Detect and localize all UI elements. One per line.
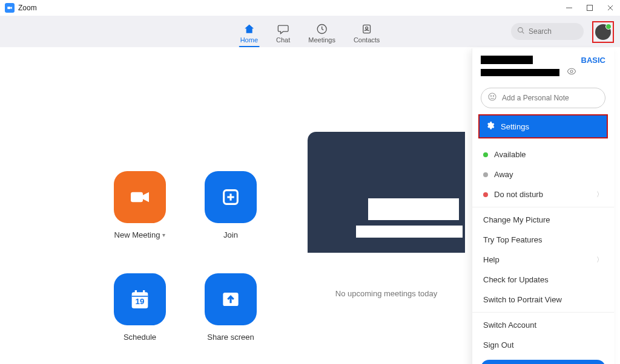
no-upcoming-label: No upcoming meetings today xyxy=(308,289,465,298)
plan-badge: BASIC xyxy=(581,56,605,78)
tab-home[interactable]: Home xyxy=(240,23,258,47)
share-screen-button[interactable] xyxy=(205,273,257,325)
search-input[interactable] xyxy=(529,27,577,36)
chevron-right-icon: 〉 xyxy=(596,255,603,264)
tab-label: Home xyxy=(240,36,258,44)
titlebar: Zoom xyxy=(0,0,620,16)
minimize-button[interactable] xyxy=(564,3,574,13)
try-top-features[interactable]: Try Top Features xyxy=(472,230,614,250)
svg-line-9 xyxy=(522,31,524,33)
maximize-button[interactable] xyxy=(585,3,595,13)
svg-point-25 xyxy=(490,96,491,96)
toolbar: Home Chat Meetings Contacts xyxy=(0,16,620,47)
window-controls xyxy=(564,3,615,13)
gear-icon xyxy=(486,121,495,132)
tab-meetings[interactable]: Meetings xyxy=(308,23,335,47)
share-screen-label: Share screen xyxy=(207,333,254,342)
svg-point-26 xyxy=(493,96,493,96)
change-picture[interactable]: Change My Picture xyxy=(472,210,614,230)
search-icon xyxy=(517,26,525,37)
profile-avatar[interactable] xyxy=(595,24,611,40)
main-area: New Meeting ▾ Join 19 xyxy=(0,47,620,364)
tab-label: Chat xyxy=(276,36,290,44)
new-meeting-label[interactable]: New Meeting ▾ xyxy=(114,230,166,239)
menu-divider xyxy=(472,207,614,207)
contacts-icon xyxy=(361,23,373,35)
profile-header: BASIC xyxy=(472,48,614,82)
close-button[interactable] xyxy=(605,3,615,13)
chat-icon xyxy=(277,23,289,35)
tab-label: Contacts xyxy=(354,36,380,44)
status-away[interactable]: Away xyxy=(472,164,614,184)
svg-rect-10 xyxy=(131,192,143,203)
personal-note-input[interactable] xyxy=(502,94,599,102)
zoom-app-icon xyxy=(5,3,15,13)
hero-card xyxy=(308,132,465,253)
settings-menu-item[interactable]: Settings xyxy=(478,114,608,138)
clock-icon xyxy=(316,23,328,35)
home-icon xyxy=(243,23,255,35)
check-updates[interactable]: Check for Updates xyxy=(472,270,614,290)
action-grid: New Meeting ▾ Join 19 xyxy=(113,171,258,342)
svg-point-24 xyxy=(489,93,496,100)
status-dnd[interactable]: Do not disturb 〉 xyxy=(472,184,614,204)
buy-license-button[interactable]: Buy a License xyxy=(481,360,605,364)
emoji-icon[interactable] xyxy=(487,92,497,104)
help-menu[interactable]: Help 〉 xyxy=(472,250,614,270)
search-box[interactable] xyxy=(511,23,584,40)
schedule-label: Schedule xyxy=(124,333,156,342)
switch-account[interactable]: Switch Account xyxy=(472,315,614,335)
tab-label: Meetings xyxy=(308,36,335,44)
new-meeting-button[interactable] xyxy=(114,171,166,223)
tab-chat[interactable]: Chat xyxy=(276,23,290,47)
join-button[interactable] xyxy=(205,171,257,223)
svg-text:19: 19 xyxy=(136,297,145,306)
window-title: Zoom xyxy=(18,4,37,12)
nav-tabs: Home Chat Meetings Contacts xyxy=(240,16,380,47)
svg-point-7 xyxy=(366,27,368,29)
switch-portrait[interactable]: Switch to Portrait View xyxy=(472,290,614,310)
hero-time-redacted xyxy=(368,198,459,220)
status-dot-green xyxy=(483,152,488,157)
reveal-email-icon[interactable] xyxy=(567,67,576,78)
status-dot-gray xyxy=(483,172,488,177)
join-label: Join xyxy=(223,230,238,239)
svg-point-8 xyxy=(518,28,523,33)
menu-divider xyxy=(472,312,614,313)
personal-note-input-wrap[interactable] xyxy=(481,88,605,108)
profile-email-redacted xyxy=(481,69,559,76)
tab-contacts[interactable]: Contacts xyxy=(354,23,380,47)
sign-out[interactable]: Sign Out xyxy=(472,335,614,355)
chevron-down-icon: ▾ xyxy=(162,232,165,238)
status-available[interactable]: Available xyxy=(472,145,614,164)
status-dot-red xyxy=(483,192,488,197)
svg-rect-0 xyxy=(7,7,10,9)
chevron-right-icon: 〉 xyxy=(596,190,603,199)
svg-rect-2 xyxy=(587,5,593,11)
profile-menu: BASIC Settings Available Away Do not dis… xyxy=(472,48,614,364)
schedule-button[interactable]: 19 xyxy=(114,273,166,325)
settings-label: Settings xyxy=(501,122,529,131)
profile-name-redacted xyxy=(481,56,533,64)
profile-avatar-highlight xyxy=(592,21,614,43)
svg-point-23 xyxy=(570,70,573,73)
hero-date-redacted xyxy=(356,226,463,238)
